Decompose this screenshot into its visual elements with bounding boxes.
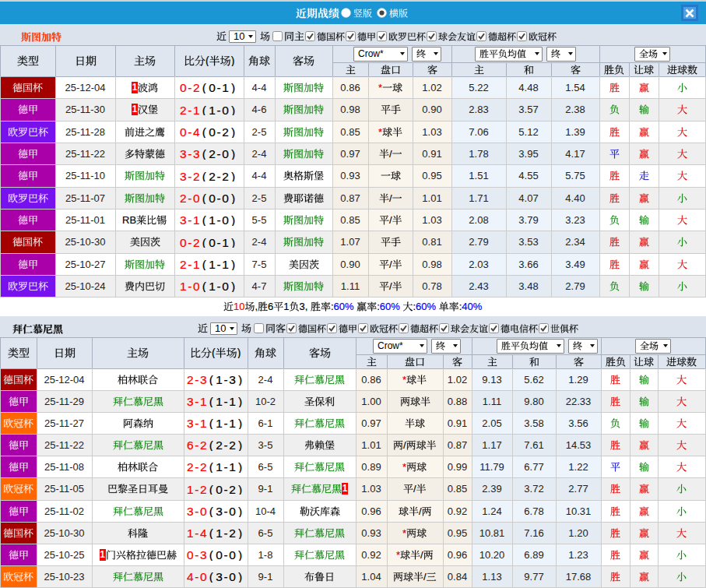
svg-text:0: 0	[229, 570, 236, 583]
svg-text:0: 0	[229, 505, 236, 517]
svg-text:1: 1	[209, 104, 216, 116]
svg-text:): )	[231, 192, 235, 204]
svg-text:2: 2	[193, 236, 200, 248]
svg-text:-: -	[195, 417, 198, 429]
svg-text:(: (	[209, 438, 214, 451]
svg-text:1: 1	[229, 417, 236, 429]
svg-text:(: (	[209, 373, 214, 386]
svg-text:1: 1	[222, 258, 229, 270]
svg-text::: :	[331, 301, 334, 312]
svg-text:1: 1	[200, 417, 207, 429]
svg-text:(: (	[212, 347, 216, 358]
svg-text:/: /	[389, 281, 392, 291]
svg-text:/: /	[403, 440, 406, 450]
svg-text::: :	[378, 301, 381, 312]
svg-text:3: 3	[187, 395, 194, 407]
svg-text:-: -	[188, 125, 191, 138]
svg-text:2: 2	[229, 483, 236, 495]
svg-text:1: 1	[209, 213, 216, 226]
svg-text:): )	[238, 548, 242, 561]
svg-text:0: 0	[222, 147, 229, 160]
svg-text:0: 0	[180, 236, 187, 248]
svg-text:2: 2	[193, 170, 200, 182]
svg-text:-: -	[195, 395, 198, 407]
svg-text:): )	[231, 125, 235, 138]
svg-text:*: *	[396, 550, 400, 560]
svg-text:-: -	[223, 438, 227, 451]
svg-text:-: -	[223, 483, 227, 495]
svg-text:40%: 40%	[462, 301, 483, 312]
svg-text:): )	[238, 438, 242, 451]
svg-text:0: 0	[209, 81, 216, 93]
svg-text:-: -	[217, 192, 221, 204]
svg-text:0: 0	[180, 125, 187, 138]
svg-text:,: ,	[255, 301, 258, 312]
svg-text:-: -	[217, 125, 221, 138]
svg-text:(: (	[202, 170, 207, 182]
svg-text:3: 3	[216, 505, 223, 517]
svg-text:3: 3	[200, 548, 207, 561]
svg-text:-: -	[188, 192, 191, 204]
svg-text:(: (	[202, 213, 207, 226]
svg-text:1: 1	[193, 258, 200, 270]
svg-text:(: (	[209, 526, 214, 539]
svg-text:-: -	[223, 417, 227, 429]
svg-text:-: -	[188, 280, 191, 292]
svg-text:-: -	[188, 258, 191, 270]
svg-text:-: -	[217, 170, 221, 182]
svg-text:-: -	[217, 147, 221, 160]
svg-text:3: 3	[180, 170, 187, 182]
svg-text:0: 0	[187, 548, 194, 561]
svg-text:4: 4	[200, 526, 207, 539]
svg-text:0: 0	[216, 548, 223, 561]
svg-text:0: 0	[180, 81, 187, 93]
svg-text:0: 0	[222, 104, 229, 116]
svg-text:(: (	[209, 505, 214, 517]
svg-text:1: 1	[216, 526, 223, 539]
svg-text:0: 0	[209, 236, 216, 248]
svg-text:1: 1	[187, 526, 194, 539]
svg-text:(: (	[202, 192, 207, 204]
svg-text:): )	[238, 373, 242, 386]
svg-text:3: 3	[193, 147, 200, 160]
svg-text:): )	[238, 526, 242, 539]
svg-text:2: 2	[193, 81, 200, 93]
svg-text:/: /	[389, 215, 392, 225]
svg-text:2: 2	[216, 438, 223, 451]
svg-text:/: /	[389, 259, 392, 269]
svg-text:1: 1	[222, 236, 229, 248]
svg-text:-: -	[188, 236, 191, 248]
svg-text:): )	[238, 570, 242, 583]
svg-text:*: *	[402, 462, 406, 472]
svg-text:(: (	[202, 280, 207, 292]
svg-text:2: 2	[209, 147, 216, 160]
svg-text:/: /	[419, 506, 422, 516]
svg-text:): )	[231, 213, 235, 226]
svg-text:2: 2	[209, 170, 216, 182]
svg-text:2: 2	[222, 170, 229, 182]
svg-text:1: 1	[200, 395, 207, 407]
svg-text:*: *	[378, 83, 382, 93]
svg-text:-: -	[195, 505, 198, 517]
svg-text:-: -	[217, 280, 221, 292]
svg-text:-: -	[195, 483, 198, 495]
svg-text:3: 3	[180, 213, 187, 226]
svg-text:2: 2	[200, 483, 207, 495]
svg-text:1: 1	[284, 301, 290, 312]
svg-text:3: 3	[229, 373, 236, 386]
svg-text:-: -	[195, 526, 198, 539]
svg-text:): )	[238, 417, 242, 429]
svg-text:-: -	[217, 236, 221, 248]
svg-text:/: /	[420, 550, 423, 560]
svg-text::: :	[413, 301, 416, 312]
svg-text:3: 3	[216, 570, 223, 583]
svg-text:): )	[231, 104, 235, 116]
svg-text:): )	[238, 460, 242, 473]
svg-text:0: 0	[229, 548, 236, 561]
svg-text:-: -	[223, 526, 227, 539]
svg-text:6: 6	[268, 301, 273, 312]
svg-text:1: 1	[222, 81, 229, 93]
svg-text:(: (	[202, 147, 207, 160]
svg-text:-: -	[217, 258, 221, 270]
svg-text:2: 2	[200, 438, 207, 451]
